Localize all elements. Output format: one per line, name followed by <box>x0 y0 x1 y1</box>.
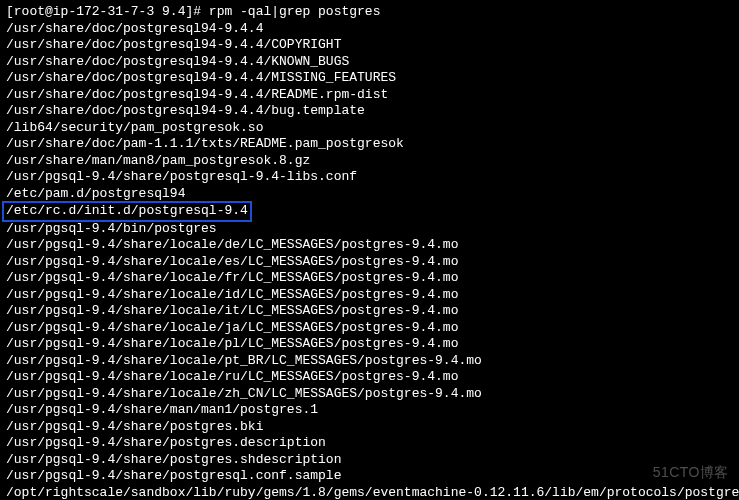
shell-prompt: [root@ip-172-31-7-3 9.4]# rpm -qal|grep … <box>6 4 380 19</box>
terminal-output[interactable]: [root@ip-172-31-7-3 9.4]# rpm -qal|grep … <box>0 0 739 500</box>
highlighted-line: /etc/rc.d/init.d/postgresql-9.4 <box>2 201 252 222</box>
output-lines-after: /usr/pgsql-9.4/bin/postgres /usr/pgsql-9… <box>6 221 739 501</box>
output-lines-before: /usr/share/doc/postgresql94-9.4.4 /usr/s… <box>6 21 404 201</box>
